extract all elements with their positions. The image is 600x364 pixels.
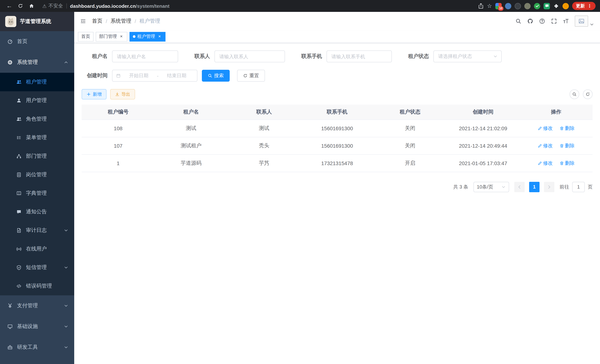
goto-page-input[interactable] — [572, 182, 585, 192]
browser-update-button[interactable]: 更新 ⋮ — [572, 2, 596, 10]
people-icon — [16, 117, 21, 122]
toggle-search-button[interactable] — [570, 89, 579, 99]
add-button[interactable]: 新增 — [82, 89, 106, 99]
filter-create-time: 创建时间 开始日期 - 结束日期 — [82, 70, 197, 82]
edit-button[interactable]: 修改 — [537, 142, 553, 149]
sidebar-item-audit[interactable]: 审计日志 — [0, 221, 74, 240]
breadcrumb-item-current: 租户管理 — [140, 18, 160, 25]
contact-input[interactable] — [215, 50, 285, 62]
extension-icon-1[interactable]: 10 — [495, 3, 502, 9]
sidebar-item-tenant[interactable]: 租户管理 — [0, 73, 74, 91]
page-number-button[interactable]: 1 — [529, 182, 540, 192]
extension-icon-3[interactable] — [515, 3, 521, 9]
search-button[interactable]: 搜索 — [202, 70, 230, 82]
extension-icon-4[interactable] — [524, 3, 531, 9]
mobile-input[interactable] — [327, 50, 392, 62]
tab-tenant[interactable]: 租户管理× — [130, 32, 166, 41]
sidebar-item-dept[interactable]: 部门管理 — [0, 147, 74, 166]
extensions-puzzle-icon[interactable] — [553, 3, 559, 9]
cell-created: 2021-12-14 21:02:09 — [447, 120, 519, 137]
breadcrumb: 首页 / 系统管理 / 租户管理 — [92, 18, 160, 25]
refresh-table-button[interactable] — [583, 89, 593, 99]
reset-button-label: 重置 — [249, 72, 259, 79]
delete-button[interactable]: 删除 — [559, 125, 575, 131]
sidebar-item-menu[interactable]: 菜单管理 — [0, 128, 74, 147]
fullscreen-icon[interactable] — [551, 18, 557, 24]
sidebar-item-infra[interactable]: 基础设施 — [0, 316, 74, 337]
kebab-menu-icon[interactable]: ⋮ — [587, 3, 592, 9]
breadcrumb-item-system[interactable]: 系统管理 — [111, 18, 131, 25]
menu-label: 通知公告 — [26, 208, 47, 215]
url-host: dashboard.yudao.iocoder.cn — [70, 3, 136, 9]
sidebar-item-notice[interactable]: 通知公告 — [0, 203, 74, 221]
close-icon[interactable]: × — [119, 34, 124, 39]
sidebar-toggle-hamburger-icon[interactable] — [80, 18, 86, 24]
share-icon[interactable] — [478, 3, 484, 9]
sidebar-item-role[interactable]: 角色管理 — [0, 110, 74, 128]
breadcrumb-item-home[interactable]: 首页 — [92, 18, 103, 25]
close-icon[interactable]: × — [157, 34, 162, 39]
browser-toolbar: ← ⚠ 不安全 dashboard.yudao.iocoder.cn/syste… — [0, 0, 600, 12]
browser-refresh-button[interactable] — [16, 1, 25, 11]
tab-home[interactable]: 首页 — [78, 32, 94, 41]
gear-icon — [7, 60, 13, 65]
user-avatar-dropdown[interactable] — [575, 16, 594, 27]
extension-icon-6[interactable] — [544, 3, 550, 9]
sidebar-item-user[interactable]: 用户管理 — [0, 91, 74, 110]
home-icon — [29, 3, 34, 9]
delete-button[interactable]: 删除 — [559, 160, 575, 166]
table-header-row: 租户编号 租户名 联系人 联系手机 租户状态 创建时间 操作 — [82, 105, 593, 120]
browser-profile-avatar[interactable] — [562, 3, 569, 9]
chevron-up-icon — [64, 60, 68, 65]
bookmark-star-icon[interactable]: ☆ — [487, 3, 492, 9]
edit-button[interactable]: 修改 — [537, 125, 553, 131]
sidebar-item-post[interactable]: 岗位管理 — [0, 166, 74, 184]
extension-icon-5[interactable] — [534, 3, 540, 9]
security-chip[interactable]: ⚠ 不安全 — [42, 3, 63, 9]
browser-back-button[interactable]: ← — [4, 1, 14, 11]
delete-icon — [559, 143, 564, 148]
address-bar[interactable]: ⚠ 不安全 dashboard.yudao.iocoder.cn/system/… — [42, 3, 476, 9]
cell-contact: 测试 — [228, 120, 300, 137]
main-panel: 首页 / 系统管理 / 租户管理 — [74, 12, 600, 364]
reset-button[interactable]: 重置 — [237, 70, 265, 82]
sidebar-item-home[interactable]: 首页 — [0, 31, 74, 52]
font-size-icon[interactable] — [563, 18, 569, 24]
app-logo-header[interactable]: 芋道管理系统 — [0, 12, 74, 31]
search-icon[interactable] — [516, 18, 521, 24]
table-row[interactable]: 1 芋道源码 芋艿 17321315478 开启 2021-01-05 17:0… — [82, 154, 593, 172]
calendar-icon — [116, 74, 121, 78]
page-size-select[interactable]: 10条/页 — [473, 182, 509, 192]
sidebar-item-dict[interactable]: 字典管理 — [0, 184, 74, 203]
system-submenu: 租户管理 用户管理 角色管理 菜单管理 — [0, 73, 74, 295]
prev-page-button[interactable] — [514, 182, 525, 192]
address-divider — [66, 3, 67, 9]
export-button[interactable]: 导出 — [110, 89, 135, 99]
tab-dept[interactable]: 部门管理× — [96, 32, 127, 41]
sidebar-item-errcode[interactable]: 错误码管理 — [0, 277, 74, 295]
message-icon — [16, 209, 21, 215]
sidebar-item-system[interactable]: 系统管理 — [0, 52, 74, 73]
filter-tenant-name: 租户名 — [82, 50, 178, 62]
sidebar-item-online[interactable]: 在线用户 — [0, 240, 74, 258]
sidebar-item-devtools[interactable]: 研发工具 — [0, 337, 74, 358]
next-page-button[interactable] — [544, 182, 554, 192]
github-icon[interactable] — [527, 18, 533, 24]
tenant-status-select[interactable]: 请选择租户状态 — [433, 50, 502, 62]
sidebar-item-pay[interactable]: 支付管理 — [0, 295, 74, 316]
edit-icon — [537, 161, 542, 165]
tenant-name-input[interactable] — [112, 50, 178, 62]
edit-button[interactable]: 修改 — [537, 160, 553, 166]
create-time-range-picker[interactable]: 开始日期 - 结束日期 — [112, 70, 197, 82]
tab-label: 首页 — [81, 33, 90, 40]
table-row[interactable]: 107 测试租户 秃头 15601691300 关闭 2021-12-14 20… — [82, 137, 593, 154]
menu-label: 部门管理 — [26, 153, 47, 159]
extension-icon-2[interactable] — [505, 3, 511, 9]
sidebar-item-sms[interactable]: 短信管理 — [0, 258, 74, 277]
app-frame: 芋道管理系统 首页 系统管理 租户管理 — [0, 12, 600, 364]
create-time-label: 创建时间 — [82, 72, 108, 79]
table-row[interactable]: 108 测试 测试 15601691300 关闭 2021-12-14 21:0… — [82, 120, 593, 137]
delete-button[interactable]: 删除 — [559, 142, 575, 149]
browser-home-button[interactable] — [27, 1, 36, 11]
help-question-icon[interactable] — [539, 18, 545, 24]
